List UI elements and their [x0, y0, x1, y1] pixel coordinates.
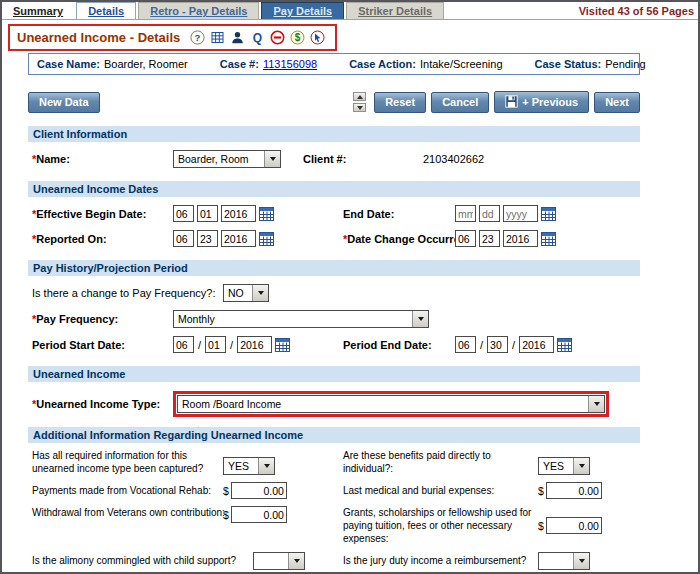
voc-rehab-medical-row: Payments made from Vocational Rehab: $ L…: [28, 482, 640, 499]
new-data-button[interactable]: New Data: [28, 92, 100, 113]
section-unearned-income: Unearned Income: [28, 366, 640, 382]
svg-text:$: $: [295, 32, 301, 43]
paid-directly-select[interactable]: YES: [538, 457, 590, 475]
date-change-occurred-group: [455, 230, 640, 247]
calendar-icon[interactable]: [541, 232, 556, 246]
case-number-link[interactable]: 113156098: [263, 58, 317, 70]
period-end-year-input[interactable]: [519, 336, 554, 353]
calendar-icon[interactable]: [275, 338, 290, 352]
period-end-month-input[interactable]: [455, 336, 476, 353]
pay-frequency-select[interactable]: Monthly: [173, 310, 429, 328]
dollar-sign: $: [223, 485, 229, 497]
period-start-year-input[interactable]: [237, 336, 272, 353]
dollar-sign: $: [223, 509, 229, 521]
veterans-grants-row: Withdrawal from Veterans own contributio…: [28, 506, 640, 545]
medical-burial-label: Last medical and burial expenses:: [343, 484, 538, 497]
jury-duty-label: Is the jury duty income a reimbursement?: [343, 554, 538, 567]
case-action-value: Intake/Screening: [420, 58, 503, 70]
save-icon: [505, 95, 518, 108]
period-end-date-group: / /: [455, 336, 640, 353]
chevron-down-icon: [588, 396, 604, 412]
name-label: *Name:: [32, 153, 173, 165]
help-icon[interactable]: ?: [190, 30, 205, 45]
person-icon[interactable]: [230, 30, 245, 45]
changed-year-input[interactable]: [503, 230, 538, 247]
client-name-select[interactable]: Boarder, Room: [173, 150, 281, 168]
date-separator: /: [480, 339, 483, 351]
paid-directly-value: YES: [539, 460, 573, 472]
section-unearned-income-dates: Unearned Income Dates: [28, 181, 640, 197]
tab-pay-details[interactable]: Pay Details: [261, 2, 344, 19]
chevron-down-icon: [252, 285, 268, 301]
reset-button[interactable]: Reset: [374, 92, 426, 113]
tab-retro-pay-details[interactable]: Retro - Pay Details: [138, 2, 259, 19]
medical-burial-input[interactable]: [546, 482, 602, 499]
dollar-sign: $: [538, 520, 544, 532]
dollar-sign: $: [538, 485, 544, 497]
changed-month-input[interactable]: [455, 230, 476, 247]
jury-duty-select[interactable]: [538, 552, 590, 570]
period-end-day-input[interactable]: [487, 336, 508, 353]
effective-year-input[interactable]: [221, 205, 256, 222]
pay-frequency-row: *Pay Frequency: Monthly: [28, 310, 640, 328]
client-name-select-value: Boarder, Room: [174, 153, 264, 165]
next-button[interactable]: Next: [594, 92, 640, 113]
section-pay-history: Pay History/Projection Period: [28, 260, 640, 276]
alimony-jury-row: Is the alimony commingled with child sup…: [28, 551, 640, 570]
income-type-highlight-box: Room /Board Income: [173, 391, 609, 417]
dollar-icon[interactable]: $: [290, 30, 305, 45]
calendar-icon[interactable]: [259, 232, 274, 246]
case-info-bar: Case Name:Boarder, Roomer Case #:1131560…: [28, 53, 640, 75]
previous-button-label: + Previous: [522, 96, 578, 108]
case-action: Case Action:Intake/Screening: [349, 58, 502, 70]
tab-striker-details[interactable]: Striker Details: [346, 2, 444, 19]
info-captured-label: Has all required information for this un…: [32, 449, 223, 475]
reported-month-input[interactable]: [173, 230, 194, 247]
end-date-label: End Date:: [343, 208, 455, 220]
section-additional-info: Additional Information Regarding Unearne…: [28, 427, 640, 443]
spin-down-icon[interactable]: [353, 103, 366, 112]
unearned-income-type-select[interactable]: Room /Board Income: [177, 395, 605, 413]
effective-end-date-row: *Effective Begin Date: End Date:: [28, 205, 640, 222]
info-captured-select[interactable]: YES: [223, 457, 275, 475]
nav-button-group: Reset Cancel + Previous Next: [353, 91, 640, 113]
alimony-commingled-select[interactable]: [253, 552, 305, 570]
end-year-input[interactable]: [503, 205, 538, 222]
period-start-month-input[interactable]: [173, 336, 194, 353]
chevron-down-icon: [264, 151, 280, 167]
save-previous-button[interactable]: + Previous: [494, 91, 589, 113]
svg-text:?: ?: [195, 32, 201, 43]
search-icon[interactable]: Q: [250, 30, 265, 45]
reported-day-input[interactable]: [197, 230, 218, 247]
page-title: Unearned Income - Details: [17, 30, 180, 45]
end-date-group: [455, 205, 640, 222]
pay-frequency-change-row: Is there a change to Pay Frequency?: NO: [28, 284, 640, 302]
date-change-occurred-label: *Date Change Occurred:: [343, 233, 455, 245]
end-month-input[interactable]: [455, 205, 476, 222]
calendar-icon[interactable]: [259, 207, 274, 221]
client-number-value: 2103402662: [423, 153, 640, 165]
effective-day-input[interactable]: [197, 205, 218, 222]
tab-details[interactable]: Details: [76, 2, 136, 19]
form-main: Client Information *Name: Boarder, Room …: [28, 126, 640, 570]
effective-month-input[interactable]: [173, 205, 194, 222]
calendar-icon[interactable]: [557, 338, 572, 352]
changed-day-input[interactable]: [479, 230, 500, 247]
cancel-button[interactable]: Cancel: [431, 92, 489, 113]
case-number-label: Case #:: [220, 58, 259, 70]
veterans-contribution-input[interactable]: [231, 506, 287, 523]
stop-icon[interactable]: [270, 30, 285, 45]
unearned-income-type-value: Room /Board Income: [178, 398, 588, 410]
spin-up-icon[interactable]: [353, 92, 366, 101]
calendar-icon[interactable]: [541, 207, 556, 221]
calculator-icon[interactable]: [210, 30, 225, 45]
grants-scholarships-input[interactable]: [546, 517, 602, 534]
reported-year-input[interactable]: [221, 230, 256, 247]
pay-frequency-change-select[interactable]: NO: [223, 284, 269, 302]
voc-rehab-input[interactable]: [231, 482, 287, 499]
cursor-icon[interactable]: [310, 30, 325, 45]
tab-summary[interactable]: Summary: [2, 3, 74, 19]
end-day-input[interactable]: [479, 205, 500, 222]
period-start-day-input[interactable]: [205, 336, 226, 353]
reported-on-date-group: [173, 230, 343, 247]
